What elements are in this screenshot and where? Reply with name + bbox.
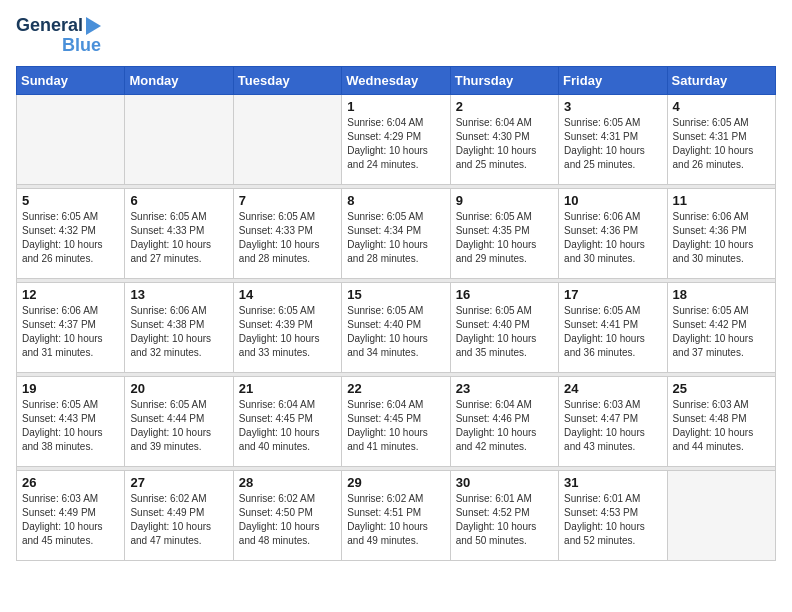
day-number: 30 bbox=[456, 475, 553, 490]
calendar-cell: 28Sunrise: 6:02 AM Sunset: 4:50 PM Dayli… bbox=[233, 470, 341, 560]
calendar-week-row: 12Sunrise: 6:06 AM Sunset: 4:37 PM Dayli… bbox=[17, 282, 776, 372]
day-info: Sunrise: 6:05 AM Sunset: 4:42 PM Dayligh… bbox=[673, 304, 770, 360]
calendar-cell: 20Sunrise: 6:05 AM Sunset: 4:44 PM Dayli… bbox=[125, 376, 233, 466]
calendar-cell: 12Sunrise: 6:06 AM Sunset: 4:37 PM Dayli… bbox=[17, 282, 125, 372]
day-number: 17 bbox=[564, 287, 661, 302]
calendar-week-row: 19Sunrise: 6:05 AM Sunset: 4:43 PM Dayli… bbox=[17, 376, 776, 466]
day-number: 5 bbox=[22, 193, 119, 208]
day-number: 11 bbox=[673, 193, 770, 208]
day-number: 16 bbox=[456, 287, 553, 302]
calendar-cell: 31Sunrise: 6:01 AM Sunset: 4:53 PM Dayli… bbox=[559, 470, 667, 560]
logo-arrow-icon bbox=[86, 17, 101, 35]
day-info: Sunrise: 6:05 AM Sunset: 4:34 PM Dayligh… bbox=[347, 210, 444, 266]
day-number: 4 bbox=[673, 99, 770, 114]
day-number: 26 bbox=[22, 475, 119, 490]
day-number: 1 bbox=[347, 99, 444, 114]
day-number: 18 bbox=[673, 287, 770, 302]
day-number: 21 bbox=[239, 381, 336, 396]
day-of-week-header: Wednesday bbox=[342, 66, 450, 94]
day-number: 10 bbox=[564, 193, 661, 208]
day-info: Sunrise: 6:05 AM Sunset: 4:35 PM Dayligh… bbox=[456, 210, 553, 266]
calendar-cell: 19Sunrise: 6:05 AM Sunset: 4:43 PM Dayli… bbox=[17, 376, 125, 466]
calendar-cell: 9Sunrise: 6:05 AM Sunset: 4:35 PM Daylig… bbox=[450, 188, 558, 278]
day-info: Sunrise: 6:02 AM Sunset: 4:51 PM Dayligh… bbox=[347, 492, 444, 548]
calendar-cell bbox=[125, 94, 233, 184]
calendar-table: SundayMondayTuesdayWednesdayThursdayFrid… bbox=[16, 66, 776, 561]
day-info: Sunrise: 6:06 AM Sunset: 4:36 PM Dayligh… bbox=[564, 210, 661, 266]
calendar-cell: 10Sunrise: 6:06 AM Sunset: 4:36 PM Dayli… bbox=[559, 188, 667, 278]
calendar-cell: 24Sunrise: 6:03 AM Sunset: 4:47 PM Dayli… bbox=[559, 376, 667, 466]
calendar-cell: 5Sunrise: 6:05 AM Sunset: 4:32 PM Daylig… bbox=[17, 188, 125, 278]
day-of-week-header: Friday bbox=[559, 66, 667, 94]
day-number: 2 bbox=[456, 99, 553, 114]
day-of-week-header: Saturday bbox=[667, 66, 775, 94]
day-number: 19 bbox=[22, 381, 119, 396]
calendar-cell: 22Sunrise: 6:04 AM Sunset: 4:45 PM Dayli… bbox=[342, 376, 450, 466]
calendar-cell: 27Sunrise: 6:02 AM Sunset: 4:49 PM Dayli… bbox=[125, 470, 233, 560]
day-info: Sunrise: 6:05 AM Sunset: 4:44 PM Dayligh… bbox=[130, 398, 227, 454]
calendar-week-row: 1Sunrise: 6:04 AM Sunset: 4:29 PM Daylig… bbox=[17, 94, 776, 184]
day-info: Sunrise: 6:05 AM Sunset: 4:41 PM Dayligh… bbox=[564, 304, 661, 360]
calendar-cell: 11Sunrise: 6:06 AM Sunset: 4:36 PM Dayli… bbox=[667, 188, 775, 278]
calendar-cell: 21Sunrise: 6:04 AM Sunset: 4:45 PM Dayli… bbox=[233, 376, 341, 466]
calendar-cell: 25Sunrise: 6:03 AM Sunset: 4:48 PM Dayli… bbox=[667, 376, 775, 466]
day-number: 14 bbox=[239, 287, 336, 302]
calendar-cell: 4Sunrise: 6:05 AM Sunset: 4:31 PM Daylig… bbox=[667, 94, 775, 184]
day-info: Sunrise: 6:05 AM Sunset: 4:40 PM Dayligh… bbox=[347, 304, 444, 360]
calendar-cell: 6Sunrise: 6:05 AM Sunset: 4:33 PM Daylig… bbox=[125, 188, 233, 278]
calendar-cell: 2Sunrise: 6:04 AM Sunset: 4:30 PM Daylig… bbox=[450, 94, 558, 184]
calendar-cell: 1Sunrise: 6:04 AM Sunset: 4:29 PM Daylig… bbox=[342, 94, 450, 184]
calendar-cell bbox=[233, 94, 341, 184]
calendar-cell: 30Sunrise: 6:01 AM Sunset: 4:52 PM Dayli… bbox=[450, 470, 558, 560]
day-number: 9 bbox=[456, 193, 553, 208]
day-number: 24 bbox=[564, 381, 661, 396]
day-number: 8 bbox=[347, 193, 444, 208]
day-number: 23 bbox=[456, 381, 553, 396]
day-info: Sunrise: 6:05 AM Sunset: 4:33 PM Dayligh… bbox=[239, 210, 336, 266]
logo-text-line2: Blue bbox=[62, 36, 101, 56]
calendar-header-row: SundayMondayTuesdayWednesdayThursdayFrid… bbox=[17, 66, 776, 94]
day-info: Sunrise: 6:05 AM Sunset: 4:31 PM Dayligh… bbox=[673, 116, 770, 172]
day-of-week-header: Tuesday bbox=[233, 66, 341, 94]
day-info: Sunrise: 6:05 AM Sunset: 4:31 PM Dayligh… bbox=[564, 116, 661, 172]
calendar-cell bbox=[667, 470, 775, 560]
calendar-cell: 18Sunrise: 6:05 AM Sunset: 4:42 PM Dayli… bbox=[667, 282, 775, 372]
day-of-week-header: Thursday bbox=[450, 66, 558, 94]
day-info: Sunrise: 6:05 AM Sunset: 4:43 PM Dayligh… bbox=[22, 398, 119, 454]
calendar-cell: 17Sunrise: 6:05 AM Sunset: 4:41 PM Dayli… bbox=[559, 282, 667, 372]
day-of-week-header: Monday bbox=[125, 66, 233, 94]
logo-text-line1: General bbox=[16, 16, 83, 36]
day-info: Sunrise: 6:04 AM Sunset: 4:45 PM Dayligh… bbox=[239, 398, 336, 454]
calendar-cell: 29Sunrise: 6:02 AM Sunset: 4:51 PM Dayli… bbox=[342, 470, 450, 560]
day-of-week-header: Sunday bbox=[17, 66, 125, 94]
day-number: 27 bbox=[130, 475, 227, 490]
day-number: 15 bbox=[347, 287, 444, 302]
calendar-cell: 13Sunrise: 6:06 AM Sunset: 4:38 PM Dayli… bbox=[125, 282, 233, 372]
day-number: 22 bbox=[347, 381, 444, 396]
day-info: Sunrise: 6:01 AM Sunset: 4:53 PM Dayligh… bbox=[564, 492, 661, 548]
day-number: 20 bbox=[130, 381, 227, 396]
day-number: 3 bbox=[564, 99, 661, 114]
day-number: 12 bbox=[22, 287, 119, 302]
calendar-week-row: 5Sunrise: 6:05 AM Sunset: 4:32 PM Daylig… bbox=[17, 188, 776, 278]
calendar-cell: 7Sunrise: 6:05 AM Sunset: 4:33 PM Daylig… bbox=[233, 188, 341, 278]
day-info: Sunrise: 6:01 AM Sunset: 4:52 PM Dayligh… bbox=[456, 492, 553, 548]
day-number: 28 bbox=[239, 475, 336, 490]
day-info: Sunrise: 6:03 AM Sunset: 4:49 PM Dayligh… bbox=[22, 492, 119, 548]
calendar-cell: 8Sunrise: 6:05 AM Sunset: 4:34 PM Daylig… bbox=[342, 188, 450, 278]
day-number: 13 bbox=[130, 287, 227, 302]
calendar-cell: 26Sunrise: 6:03 AM Sunset: 4:49 PM Dayli… bbox=[17, 470, 125, 560]
calendar-cell: 15Sunrise: 6:05 AM Sunset: 4:40 PM Dayli… bbox=[342, 282, 450, 372]
day-number: 29 bbox=[347, 475, 444, 490]
day-info: Sunrise: 6:06 AM Sunset: 4:38 PM Dayligh… bbox=[130, 304, 227, 360]
day-info: Sunrise: 6:02 AM Sunset: 4:50 PM Dayligh… bbox=[239, 492, 336, 548]
calendar-cell: 23Sunrise: 6:04 AM Sunset: 4:46 PM Dayli… bbox=[450, 376, 558, 466]
day-info: Sunrise: 6:05 AM Sunset: 4:39 PM Dayligh… bbox=[239, 304, 336, 360]
logo: General Blue bbox=[16, 16, 101, 56]
day-number: 6 bbox=[130, 193, 227, 208]
day-number: 25 bbox=[673, 381, 770, 396]
calendar-cell: 14Sunrise: 6:05 AM Sunset: 4:39 PM Dayli… bbox=[233, 282, 341, 372]
page-header: General Blue bbox=[16, 16, 776, 56]
calendar-cell: 3Sunrise: 6:05 AM Sunset: 4:31 PM Daylig… bbox=[559, 94, 667, 184]
day-info: Sunrise: 6:06 AM Sunset: 4:36 PM Dayligh… bbox=[673, 210, 770, 266]
